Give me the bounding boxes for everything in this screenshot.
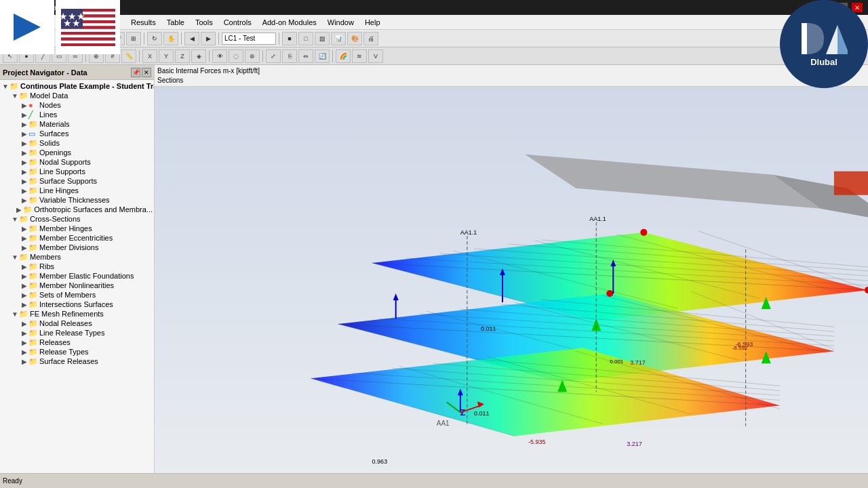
menu-table[interactable]: Table [161, 17, 190, 28]
tree-item-member-elast[interactable]: ▶ 📁 Member Elastic Foundations [0, 271, 154, 281]
tree-expand-fe-mesh[interactable]: ▼ [11, 310, 19, 318]
tree-item-fe-mesh[interactable]: ▼ 📁 FE Mesh Refinements [0, 309, 154, 319]
tree-item-member-hinges[interactable]: ▶ 📁 Member Hinges [0, 224, 154, 233]
tree-item-member-ecc[interactable]: ▶ 📁 Member Eccentricities [0, 233, 154, 243]
tree-item-surfaces[interactable]: ▶ ▭ Surfaces [0, 129, 154, 138]
tree-expand-surface-release-types[interactable]: ▶ [20, 348, 28, 356]
tree-item-nodes[interactable]: ▶ ● Nodes [0, 100, 154, 110]
tree-item-surface-releases[interactable]: ▶ 📁 Surface Releases [0, 357, 154, 366]
tb-wire[interactable]: □ [298, 32, 313, 45]
tb2-mirror[interactable]: ⇔ [298, 49, 313, 63]
menu-controls[interactable]: Controls [218, 17, 257, 28]
tree-expand-openings[interactable]: ▶ [20, 148, 28, 157]
viewport[interactable]: Basic Internal Forces m-x [kiptft/ft] Se… [155, 65, 868, 473]
tree-expand-member-nonlin[interactable]: ▶ [20, 281, 28, 289]
tree-item-sets-members[interactable]: ▶ 📁 Sets of Members [0, 290, 154, 300]
tree-expand-surfaces[interactable]: ▶ [20, 129, 28, 138]
tree-expand-member-div[interactable]: ▶ [20, 243, 28, 251]
tree-item-openings[interactable]: ▶ 📁 Openings [0, 148, 154, 157]
tree-expand-model[interactable]: ▼ [11, 92, 19, 100]
tree-expand-intersections[interactable]: ▶ [20, 300, 28, 308]
tree-item-surface-supports[interactable]: ▶ 📁 Surface Supports [0, 176, 154, 186]
tb-rotate[interactable]: ↻ [147, 32, 162, 45]
tb-next[interactable]: ▶ [201, 32, 216, 45]
tree-expand-surface-supports[interactable]: ▶ [20, 177, 28, 185]
tb-shaded[interactable]: ▨ [315, 32, 330, 45]
tree-item-ortho[interactable]: ▶ 📁 Orthotropic Surfaces and Membra... [0, 205, 154, 214]
tree-item-member-div[interactable]: ▶ 📁 Member Divisions [0, 243, 154, 252]
tb-fit[interactable]: ⊞ [126, 32, 141, 45]
tb-prev[interactable]: ◀ [184, 32, 199, 45]
tb2-view-iso[interactable]: ◈ [191, 49, 206, 63]
tree-expand-line-releases[interactable]: ▶ [20, 338, 28, 346]
tree-item-materials[interactable]: ▶ 📁 Materials [0, 119, 154, 129]
menu-help[interactable]: Help [359, 17, 386, 28]
tree-expand-nodes[interactable]: ▶ [20, 101, 28, 109]
tb2-measure[interactable]: 📏 [121, 49, 136, 63]
tree-container[interactable]: ▼ 📁 Continous Plate Example - Student Tr… [0, 80, 154, 473]
tree-expand-ortho[interactable]: ▶ [15, 205, 23, 214]
tree-expand-member-elast[interactable]: ▶ [20, 272, 28, 280]
tree-item-solids[interactable]: ▶ 📁 Solids [0, 138, 154, 148]
tree-item-surface-release-types[interactable]: ▶ 📁 Release Types [0, 347, 154, 357]
tree-item-cross-sections[interactable]: ▼ 📁 Cross-Sections [0, 214, 154, 224]
tb2-color-scheme[interactable]: 🌈 [336, 49, 351, 63]
tree-expand-variable-thick[interactable]: ▶ [20, 196, 28, 204]
tree-expand-line-supports[interactable]: ▶ [20, 167, 28, 176]
tb2-values[interactable]: V [368, 49, 383, 63]
tree-item-ribs[interactable]: ▶ 📁 Ribs [0, 262, 154, 271]
svg-point-61 [640, 229, 647, 236]
tree-item-lines[interactable]: ▶ ╱ Lines [0, 110, 154, 119]
tree-item-line-releases[interactable]: ▶ 📁 Releases [0, 338, 154, 347]
tb2-show-all[interactable]: ⊛ [245, 49, 260, 63]
tree-expand-surface-releases[interactable]: ▶ [20, 357, 28, 365]
viewport-canvas[interactable]: Z AA1 AA1.1 AA1.1 -6.593 3.717 [155, 87, 868, 473]
tree-expand-line-release-types[interactable]: ▶ [20, 329, 28, 337]
tree-expand-line-hinges[interactable]: ▶ [20, 186, 28, 195]
tree-expand-members[interactable]: ▼ [11, 253, 19, 261]
tree-item-nodal-releases[interactable]: ▶ 📁 Nodal Releases [0, 319, 154, 328]
menu-results[interactable]: Results [125, 17, 161, 28]
tree-item-line-supports[interactable]: ▶ 📁 Line Supports [0, 167, 154, 176]
panel-close-button[interactable]: ✕ [142, 68, 151, 77]
tree-item-nodal-supports[interactable]: ▶ 📁 Nodal Supports [0, 157, 154, 167]
tree-item-intersections[interactable]: ▶ 📁 Intersections Surfaces [0, 300, 154, 309]
menu-addon[interactable]: Add-on Modules [257, 17, 322, 28]
tree-item-members[interactable]: ▼ 📁 Members [0, 252, 154, 262]
tree-item-line-hinges[interactable]: ▶ 📁 Line Hinges [0, 186, 154, 195]
tb2-contour[interactable]: ≋ [352, 49, 367, 63]
tb-pan[interactable]: ✋ [163, 32, 178, 45]
tree-expand-member-hinges[interactable]: ▶ [20, 224, 28, 232]
tree-expand-member-ecc[interactable]: ▶ [20, 234, 28, 242]
tree-expand-nodal-supports[interactable]: ▶ [20, 158, 28, 166]
tree-expand-lines[interactable]: ▶ [20, 110, 28, 119]
tree-item-member-nonlin[interactable]: ▶ 📁 Member Nonlinearities [0, 281, 154, 290]
tb-results[interactable]: 📊 [331, 32, 346, 45]
tb2-copy[interactable]: ⎘ [282, 49, 297, 63]
tree-expand-root[interactable]: ▼ [1, 82, 9, 90]
panel-pin-button[interactable]: 📌 [131, 68, 140, 77]
tree-expand-cross-sections[interactable]: ▼ [11, 215, 19, 223]
tree-expand-ribs[interactable]: ▶ [20, 262, 28, 270]
tree-expand-sets-members[interactable]: ▶ [20, 291, 28, 299]
tb2-view-z[interactable]: Z [175, 49, 190, 63]
tree-expand-materials[interactable]: ▶ [20, 120, 28, 128]
tree-item-line-release-types[interactable]: ▶ 📁 Line Release Types [0, 328, 154, 338]
tb-print[interactable]: 🖨 [363, 32, 378, 45]
tb2-view-y[interactable]: Y [159, 49, 174, 63]
tree-item-root[interactable]: ▼ 📁 Continous Plate Example - Student Tr… [0, 81, 154, 91]
tree-expand-solids[interactable]: ▶ [20, 139, 28, 147]
tb2-display[interactable]: 👁 [212, 49, 227, 63]
lc-input[interactable] [222, 33, 276, 45]
tb2-move[interactable]: ⤢ [266, 49, 281, 63]
tree-expand-nodal-releases[interactable]: ▶ [20, 319, 28, 327]
tree-item-variable-thick[interactable]: ▶ 📁 Variable Thicknesses [0, 195, 154, 205]
tb2-rotate-obj[interactable]: 🔄 [315, 49, 330, 63]
tb2-view-x[interactable]: X [142, 49, 157, 63]
menu-tools[interactable]: Tools [190, 17, 218, 28]
tb2-hide[interactable]: ◌ [229, 49, 243, 63]
tb-color[interactable]: 🎨 [347, 32, 362, 45]
menu-window[interactable]: Window [322, 17, 359, 28]
tb-render[interactable]: ■ [282, 32, 297, 45]
tree-item-model[interactable]: ▼ 📁 Model Data [0, 91, 154, 100]
